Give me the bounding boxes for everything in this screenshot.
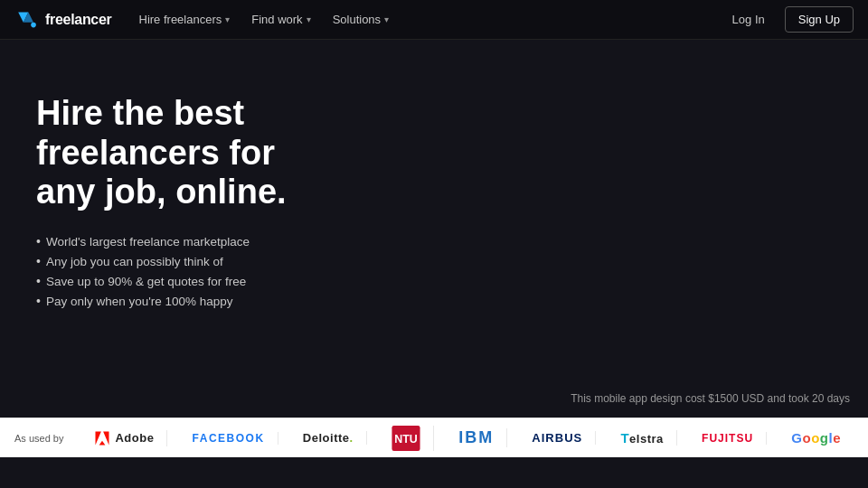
chevron-down-icon: ▾ — [384, 14, 389, 24]
adobe-text: Adobe — [115, 431, 154, 445]
brand-facebook: FACEBOOK — [180, 432, 278, 445]
bullet-item-3: Save up to 90% & get quotes for free — [36, 274, 868, 288]
bullet-item-1: World's largest freelance marketplace — [36, 234, 868, 249]
hero-headline: Hire the best freelancers for any job, o… — [36, 94, 289, 212]
bullet-list: World's largest freelance marketplace An… — [36, 234, 868, 308]
used-by-bar: As used by Adobe FACEBOOK Deloitte. NTU … — [0, 418, 868, 457]
bullet-item-4: Pay only when you're 100% happy — [36, 294, 868, 308]
nav-solutions[interactable]: Solutions ▾ — [324, 7, 398, 32]
fujitsu-text: FUJITSU — [702, 432, 753, 445]
brand-adobe: Adobe — [81, 430, 167, 446]
google-text: Google — [791, 430, 841, 446]
brand-deloitte: Deloitte. — [290, 431, 367, 445]
bullet-item-2: Any job you can possibly think of — [36, 254, 868, 268]
brand-airbus: AIRBUS — [519, 431, 596, 445]
brand-telstra: Telstra — [608, 430, 676, 446]
cost-note: This mobile app design cost $1500 USD an… — [571, 392, 850, 405]
brand-fujitsu: FUJITSU — [689, 432, 767, 445]
brand-google: Google — [778, 430, 854, 446]
svg-point-2 — [31, 22, 36, 27]
brand-logos: Adobe FACEBOOK Deloitte. NTU IBM AIRBUS — [81, 426, 854, 451]
logo[interactable]: freelancer — [14, 7, 112, 33]
navbar: freelancer Hire freelancers ▾ Find work … — [0, 0, 868, 40]
signup-button[interactable]: Sign Up — [785, 6, 854, 33]
chevron-down-icon: ▾ — [307, 14, 311, 24]
nav-links: Hire freelancers ▾ Find work ▾ Solutions… — [130, 7, 399, 32]
brand-ntu: NTU — [379, 426, 434, 451]
svg-text:NTU: NTU — [394, 432, 418, 445]
brand-ibm: IBM — [446, 428, 507, 447]
nav-right: Log In Sign Up — [723, 6, 854, 33]
login-button[interactable]: Log In — [723, 7, 774, 32]
ibm-text: IBM — [458, 428, 494, 447]
facebook-text: FACEBOOK — [193, 432, 265, 445]
deloitte-text: Deloitte. — [303, 431, 354, 445]
telstra-text: Telstra — [620, 430, 663, 446]
nav-find-work[interactable]: Find work ▾ — [242, 7, 319, 32]
chevron-down-icon: ▾ — [225, 14, 230, 24]
nav-left: freelancer Hire freelancers ▾ Find work … — [14, 7, 398, 33]
used-by-label: As used by — [14, 433, 63, 444]
airbus-text: AIRBUS — [532, 431, 582, 445]
nav-hire-freelancers[interactable]: Hire freelancers ▾ — [130, 7, 240, 32]
hero-section: Hire the best freelancers for any job, o… — [0, 40, 868, 418]
logo-text: freelancer — [45, 12, 112, 28]
